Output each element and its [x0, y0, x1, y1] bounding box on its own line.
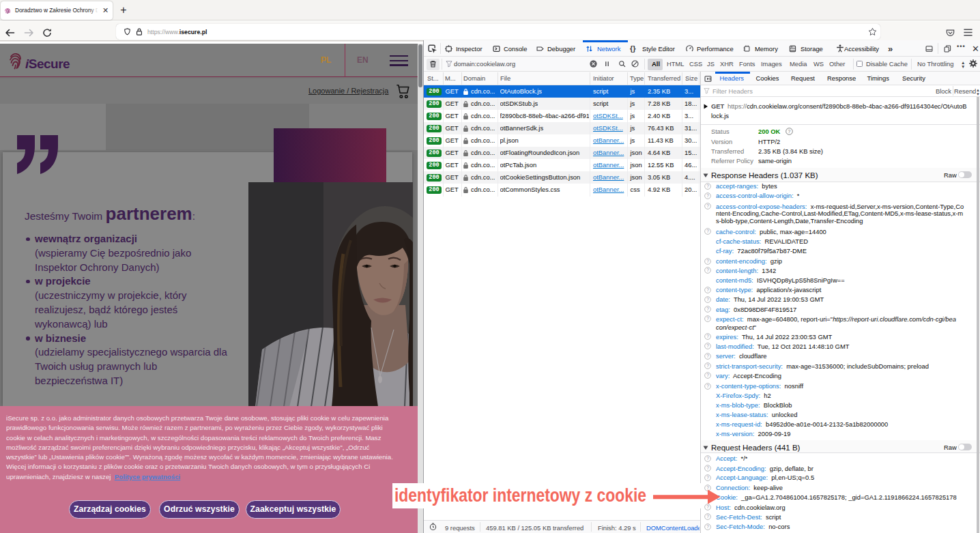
svg-text:?: ? [706, 524, 709, 529]
svg-text:?: ? [788, 128, 791, 133]
svg-text:?: ? [706, 259, 709, 263]
svg-text:?: ? [706, 184, 709, 188]
svg-text:?: ? [706, 229, 709, 233]
svg-text:?: ? [706, 268, 709, 272]
svg-text:?: ? [706, 297, 709, 302]
svg-text:?: ? [706, 456, 709, 461]
svg-text:?: ? [706, 354, 709, 358]
svg-text:?: ? [706, 306, 709, 311]
svg-text:?: ? [706, 363, 709, 368]
svg-text:?: ? [706, 514, 709, 519]
svg-text:?: ? [706, 343, 709, 348]
svg-text:?: ? [706, 287, 709, 292]
svg-text:?: ? [706, 193, 709, 198]
svg-text:?: ? [706, 316, 709, 321]
svg-text:?: ? [706, 203, 709, 208]
svg-text:?: ? [706, 334, 709, 338]
svg-text:?: ? [706, 475, 709, 480]
svg-text:?: ? [706, 373, 709, 377]
svg-text:?: ? [706, 465, 709, 470]
svg-text:?: ? [706, 384, 709, 388]
